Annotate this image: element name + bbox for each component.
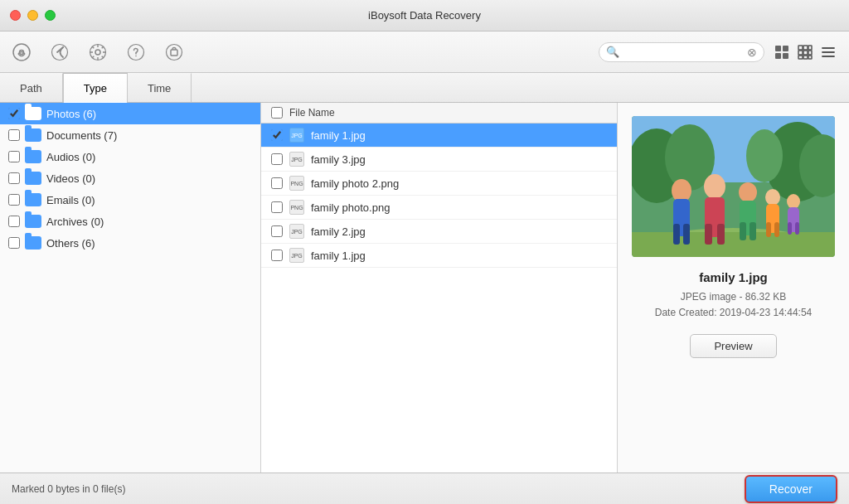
file-checkbox-1[interactable]: [271, 153, 283, 165]
recover-button[interactable]: Recover: [745, 475, 837, 503]
photo-view-icon[interactable]: [771, 43, 793, 61]
file-row[interactable]: JPG family 1.jpg: [261, 124, 617, 148]
preview-meta-line1: JPEG image - 86.32 KB: [655, 289, 812, 305]
minimize-button[interactable]: [27, 10, 38, 21]
svg-rect-21: [808, 56, 812, 59]
list-view-icon[interactable]: [817, 43, 839, 61]
svg-rect-10: [783, 46, 788, 51]
settings-icon[interactable]: [86, 41, 109, 64]
svg-point-42: [739, 182, 757, 202]
videos-checkbox[interactable]: [8, 172, 20, 184]
svg-rect-49: [774, 222, 779, 237]
search-clear-icon[interactable]: ⊗: [747, 46, 757, 59]
audios-label: Audios (0): [46, 151, 95, 163]
file-checkbox-0[interactable]: [271, 129, 283, 141]
tab-path[interactable]: Path: [0, 73, 63, 102]
others-checkbox[interactable]: [8, 237, 20, 249]
file-name-5: family 1.jpg: [311, 250, 366, 262]
grid-view-icon[interactable]: [794, 43, 816, 61]
preview-meta-line2: Date Created: 2019-04-23 14:44:54: [655, 305, 812, 321]
sidebar-item-videos[interactable]: Videos (0): [0, 167, 260, 189]
file-checkbox-5[interactable]: [271, 250, 283, 261]
others-folder-icon: [25, 236, 41, 250]
svg-point-7: [167, 44, 182, 60]
preview-button[interactable]: Preview: [690, 334, 776, 358]
file-type-icon-4: JPG: [289, 224, 304, 239]
file-row[interactable]: JPG family 1.jpg: [261, 244, 617, 268]
preview-filename: family 1.jpg: [699, 270, 768, 284]
file-type-icon-1: JPG: [289, 152, 304, 167]
audios-checkbox[interactable]: [8, 151, 20, 162]
window-controls: [10, 10, 56, 21]
archives-label: Archives (0): [46, 216, 104, 228]
search-icon: 🔍: [606, 46, 619, 58]
toolbar: 🔍 ⊗: [0, 32, 849, 73]
tab-time[interactable]: Time: [128, 73, 192, 102]
file-checkbox-3[interactable]: [271, 201, 283, 213]
tab-type[interactable]: Type: [63, 73, 128, 103]
file-name-4: family 2.jpg: [311, 225, 366, 238]
photos-folder-icon: [25, 107, 41, 120]
close-button[interactable]: [10, 10, 21, 21]
select-all-checkbox[interactable]: [271, 107, 283, 119]
svg-rect-12: [783, 53, 788, 59]
status-text: Marked 0 bytes in 0 file(s): [12, 483, 125, 495]
file-checkbox-2[interactable]: [271, 177, 283, 189]
title-bar: iBoysoft Data Recovery: [0, 0, 849, 32]
file-type-icon-3: PNG: [289, 200, 304, 215]
sidebar-item-audios[interactable]: Audios (0): [0, 146, 260, 167]
maximize-button[interactable]: [45, 10, 56, 21]
sidebar-item-documents[interactable]: Documents (7): [0, 124, 260, 146]
column-name-label: File Name: [289, 107, 335, 119]
search-input[interactable]: [619, 46, 744, 58]
svg-rect-14: [803, 46, 808, 50]
audios-folder-icon: [25, 150, 41, 163]
svg-point-34: [672, 179, 691, 202]
svg-rect-8: [171, 50, 177, 56]
videos-folder-icon: [25, 172, 41, 185]
svg-rect-52: [788, 222, 792, 235]
emails-label: Emails (0): [46, 194, 95, 206]
svg-rect-53: [795, 222, 799, 235]
sidebar-item-photos[interactable]: Photos (6): [0, 103, 260, 124]
file-row[interactable]: PNG family photo.png: [261, 196, 617, 220]
emails-folder-icon: [25, 193, 41, 206]
emails-checkbox[interactable]: [8, 194, 20, 206]
sidebar-item-archives[interactable]: Archives (0): [0, 211, 260, 232]
file-row[interactable]: PNG family photo 2.png: [261, 172, 617, 196]
file-row[interactable]: JPG family 3.jpg: [261, 148, 617, 172]
file-name-1: family 3.jpg: [311, 153, 366, 166]
archives-checkbox[interactable]: [8, 216, 20, 227]
file-type-icon-0: JPG: [289, 128, 304, 143]
box-icon[interactable]: [163, 41, 186, 64]
toolbar-left: [10, 41, 186, 64]
toolbar-right: 🔍 ⊗: [599, 42, 839, 62]
sidebar: Photos (6) Documents (7) Audios (0): [0, 103, 261, 472]
file-list: File Name JPG family 1.jpg JPG family 3.…: [261, 103, 618, 472]
photos-checkbox[interactable]: [8, 108, 20, 119]
file-row[interactable]: JPG family 2.jpg: [261, 220, 617, 244]
back-icon[interactable]: [48, 41, 71, 64]
help-icon[interactable]: [124, 41, 148, 64]
documents-checkbox[interactable]: [8, 129, 20, 141]
svg-rect-40: [705, 224, 712, 245]
svg-rect-33: [632, 232, 835, 257]
file-type-icon-5: JPG: [289, 248, 304, 263]
documents-label: Documents (7): [46, 129, 117, 142]
file-name-0: family 1.jpg: [311, 129, 366, 142]
view-toggle-group: [771, 43, 839, 61]
preview-image-container: [632, 116, 835, 257]
svg-rect-13: [798, 46, 803, 50]
svg-point-38: [704, 174, 725, 199]
home-icon[interactable]: [10, 41, 33, 64]
svg-rect-48: [766, 222, 771, 237]
file-type-icon-2: PNG: [289, 176, 304, 191]
main-layout: Photos (6) Documents (7) Audios (0): [0, 103, 849, 472]
svg-rect-16: [798, 51, 803, 55]
videos-label: Videos (0): [46, 172, 95, 185]
file-checkbox-4[interactable]: [271, 225, 283, 237]
svg-rect-17: [803, 51, 808, 55]
documents-folder-icon: [25, 128, 41, 142]
sidebar-item-emails[interactable]: Emails (0): [0, 189, 260, 211]
sidebar-item-others[interactable]: Others (6): [0, 232, 260, 254]
